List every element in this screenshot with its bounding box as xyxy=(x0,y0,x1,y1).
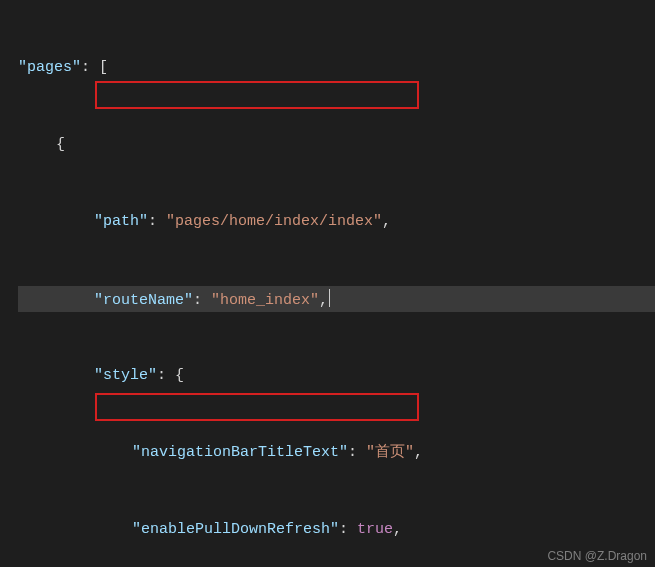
code-line: { xyxy=(18,132,655,158)
code-editor[interactable]: "pages": [ { "path": "pages/home/index/i… xyxy=(0,0,655,567)
text-cursor xyxy=(329,289,330,307)
key-pages: "pages" xyxy=(18,59,81,76)
code-line: "navigationBarTitleText": "首页", xyxy=(18,440,655,466)
code-line: "enablePullDownRefresh": true, xyxy=(18,517,655,543)
code-line: "style": { xyxy=(18,363,655,389)
code-line-highlight: "routeName": "home_index", xyxy=(18,286,655,312)
watermark: CSDN @Z.Dragon xyxy=(547,549,647,563)
code-line: "pages": [ xyxy=(18,55,655,81)
code-line: "path": "pages/home/index/index", xyxy=(18,209,655,235)
